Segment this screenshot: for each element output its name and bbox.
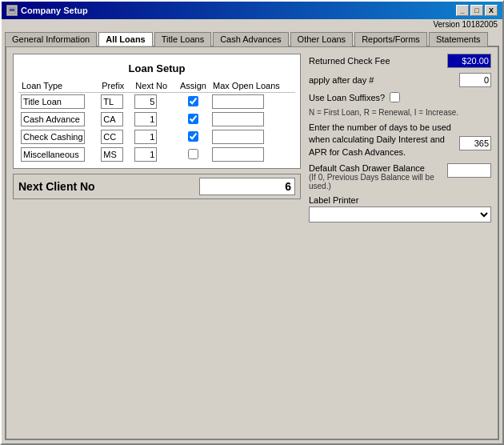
version-bar: Version 10182005 [2,19,502,30]
nextno-cell [132,110,177,128]
maximize-button[interactable]: □ [470,5,483,16]
loan-table-header: Loan Type Prefix Next No Assign Max Open… [18,79,295,93]
maxopen-input-2[interactable] [212,130,264,144]
prefix-cell [98,110,132,128]
assign-checkbox-0[interactable] [188,96,198,106]
col-next-no: Next No [132,79,177,93]
tab-general[interactable]: General Information [5,32,97,46]
nextno-input-1[interactable] [134,112,157,126]
tabs-bar: General Information All Loans Title Loan… [2,30,502,46]
apply-after-day-label: apply after day # [309,75,454,85]
default-balance-row: Default Cash Drawer Balance (If 0, Previ… [309,163,491,190]
minimize-button[interactable]: _ [456,5,469,16]
label-printer-section: Label Printer [309,195,491,222]
close-button[interactable]: X [485,5,498,16]
nextno-input-2[interactable] [134,130,157,144]
app-icon [6,5,18,16]
label-printer-label: Label Printer [309,195,491,205]
maxopen-input-1[interactable] [212,112,264,126]
assign-cell-1 [177,110,210,128]
prefix-input-0[interactable] [101,94,123,109]
table-row [18,110,295,128]
nextno-cell [132,93,177,111]
assign-checkbox-1[interactable] [188,114,198,124]
svg-rect-2 [10,10,14,11]
maxopen-cell-1 [210,110,295,128]
loan-type-input-2[interactable] [21,130,85,144]
returned-check-fee-input[interactable] [447,54,491,68]
returned-check-fee-row: Returned Check Fee [309,54,491,68]
prefix-input-3[interactable] [101,147,123,162]
loan-type-cell [18,110,98,128]
next-client-row: Next Client No 6 [13,174,301,199]
assign-cell-0 [177,93,210,111]
default-balance-input[interactable] [447,163,491,178]
prefix-input-1[interactable] [101,112,123,126]
maxopen-cell-2 [210,128,295,146]
loan-type-input-1[interactable] [21,112,85,126]
use-loan-suffixes-checkbox[interactable] [390,92,400,102]
daily-interest-input[interactable] [459,136,491,150]
prefix-cell [98,93,132,111]
right-panel: Returned Check Fee apply after day # Use… [309,54,491,432]
returned-check-fee-label: Returned Check Fee [309,56,442,66]
title-bar: Company Setup _ □ X [2,2,502,19]
col-prefix: Prefix [98,79,132,93]
tab-all-loans[interactable]: All Loans [98,32,153,46]
maxopen-cell-0 [210,93,295,111]
use-loan-suffixes-label: Use Loan Suffixes? [309,93,385,102]
title-buttons: _ □ X [456,5,498,16]
svg-rect-1 [10,9,14,10]
tab-title-loans[interactable]: Title Loans [154,32,211,46]
prefix-cell [98,146,132,163]
loan-type-cell [18,93,98,111]
tab-other-loans[interactable]: Other Loans [290,32,354,46]
main-window: Company Setup _ □ X Version 10182005 Gen… [0,0,504,445]
loan-type-input-0[interactable] [21,94,85,109]
maxopen-input-3[interactable] [212,147,264,162]
tab-reports-forms[interactable]: Reports/Forms [354,32,427,46]
default-balance-labels: Default Cash Drawer Balance (If 0, Previ… [309,163,447,190]
assign-cell-2 [177,128,210,146]
tab-cash-advances[interactable]: Cash Advances [213,32,288,46]
maxopen-cell-3 [210,146,295,163]
table-row [18,93,295,111]
prefix-cell [98,128,132,146]
content-area: Loan Setup Loan Type Prefix Next No Assi… [5,46,499,440]
daily-interest-label: Enter the number of days to be used when… [309,122,454,158]
loan-setup-box: Loan Setup Loan Type Prefix Next No Assi… [13,54,301,169]
next-client-label: Next Client No [18,180,95,193]
assign-checkbox-3[interactable] [188,149,198,159]
version-text: Version 10182005 [433,20,498,29]
apply-after-day-row: apply after day # [309,73,491,87]
prefix-input-2[interactable] [101,130,123,144]
default-balance-label: Default Cash Drawer Balance [309,163,447,173]
nextno-input-0[interactable] [134,94,157,109]
maxopen-input-0[interactable] [212,94,264,109]
left-panel: Loan Setup Loan Type Prefix Next No Assi… [13,54,301,432]
col-loan-type: Loan Type [18,79,98,93]
assign-checkbox-2[interactable] [188,131,198,142]
loan-type-cell [18,128,98,146]
nextno-cell [132,128,177,146]
apply-after-day-input[interactable] [459,73,491,87]
suffix-note: N = First Loan, R = Renewal, I = Increas… [309,107,491,117]
window-title: Company Setup [21,6,88,15]
nextno-cell [132,146,177,163]
loan-table: Loan Type Prefix Next No Assign Max Open… [18,79,295,163]
suffix-note-text: N = First Loan, R = Renewal, I = Increas… [309,108,458,117]
next-client-value: 6 [199,178,295,195]
col-max-open: Max Open Loans [210,79,295,93]
loan-type-cell [18,146,98,163]
label-printer-select[interactable] [309,206,491,222]
loan-type-input-3[interactable] [21,147,85,162]
table-row [18,128,295,146]
assign-cell-3 [177,146,210,163]
next-client-number: 6 [285,180,291,193]
default-balance-note: (If 0, Previous Days Balance will be use… [309,173,447,190]
daily-interest-row: Enter the number of days to be used when… [309,122,491,158]
nextno-input-3[interactable] [134,147,157,162]
loan-setup-title: Loan Setup [18,59,295,79]
tab-statements[interactable]: Statements [429,32,488,46]
table-row [18,146,295,163]
